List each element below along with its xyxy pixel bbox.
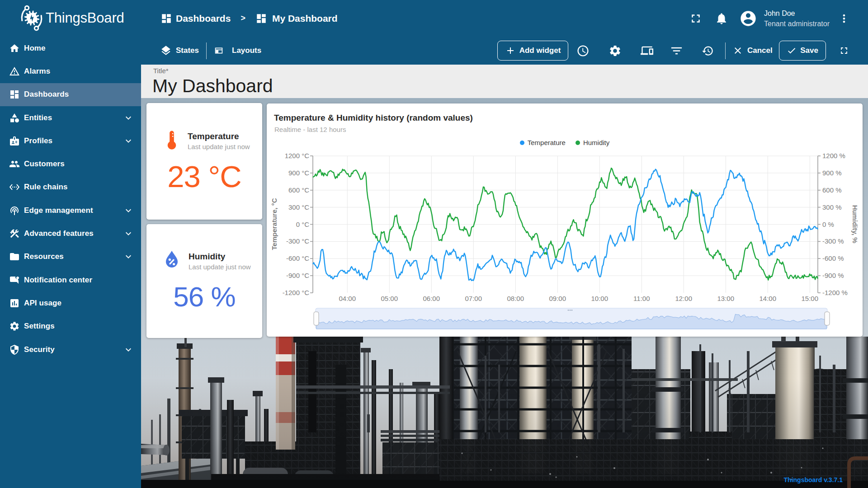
svg-text:900 %: 900 % — [822, 169, 842, 177]
svg-text:09:00: 09:00 — [549, 295, 566, 302]
svg-text:0 %: 0 % — [822, 221, 834, 228]
svg-text:1200 %: 1200 % — [822, 152, 845, 160]
svg-text:300 %: 300 % — [822, 203, 842, 211]
svg-text:14:00: 14:00 — [760, 295, 777, 302]
svg-text:Temperature, °C: Temperature, °C — [270, 198, 278, 250]
svg-text:-900 %: -900 % — [822, 272, 844, 279]
svg-text:10:00: 10:00 — [591, 295, 609, 302]
svg-text:-600 %: -600 % — [822, 254, 844, 262]
svg-text:-1200 °C: -1200 °C — [283, 289, 310, 296]
svg-text:11:00: 11:00 — [633, 295, 650, 302]
svg-text:08:00: 08:00 — [507, 295, 524, 302]
svg-text:05:00: 05:00 — [381, 295, 398, 302]
svg-text:04:00: 04:00 — [339, 295, 356, 302]
svg-text:900 °C: 900 °C — [288, 169, 309, 177]
svg-text:600 °C: 600 °C — [288, 186, 309, 194]
svg-text:-300 °C: -300 °C — [286, 237, 309, 245]
svg-text:-1200 %: -1200 % — [822, 289, 848, 296]
svg-text:1200 °C: 1200 °C — [285, 152, 310, 160]
svg-text:-600 °C: -600 °C — [286, 254, 309, 262]
svg-text:13:00: 13:00 — [717, 295, 735, 302]
svg-text:Humidity, %: Humidity, % — [851, 205, 859, 244]
svg-text:06:00: 06:00 — [423, 295, 440, 302]
svg-text:300 °C: 300 °C — [288, 203, 309, 211]
svg-text:0 °C: 0 °C — [296, 221, 310, 228]
svg-text:15:00: 15:00 — [802, 295, 819, 302]
svg-text:-300 %: -300 % — [822, 237, 844, 245]
svg-text:600 %: 600 % — [822, 186, 842, 194]
svg-text:12:00: 12:00 — [675, 295, 693, 302]
svg-text:07:00: 07:00 — [465, 295, 482, 302]
svg-text:-900 °C: -900 °C — [286, 272, 309, 279]
